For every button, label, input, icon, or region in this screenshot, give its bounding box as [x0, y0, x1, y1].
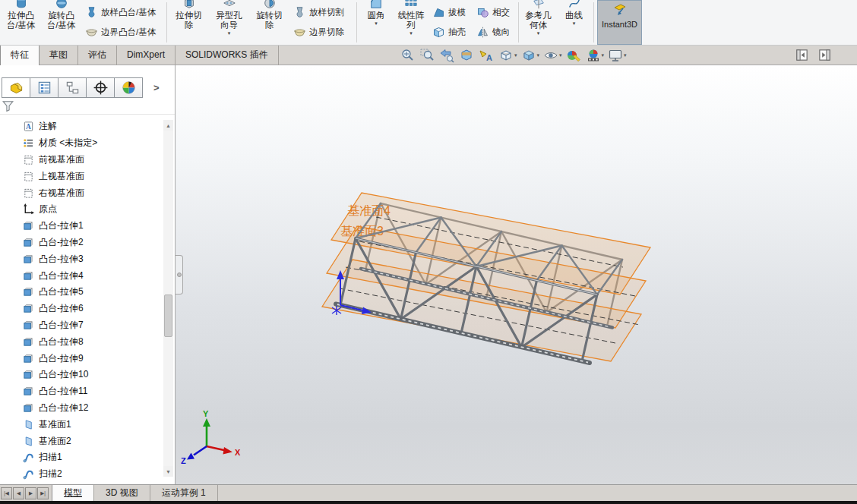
tree-filter-row[interactable] — [0, 98, 175, 115]
cut-extrude-button[interactable]: 拉伸切 除 — [169, 0, 209, 45]
boss-extrude-icon — [23, 336, 34, 348]
collapse-right-pane-button[interactable] — [817, 48, 832, 65]
tree-item[interactable]: 凸台-拉伸3 — [0, 250, 175, 267]
dimxpertmanager-tab[interactable] — [86, 77, 115, 98]
scroll-down-arrow[interactable]: ▼ — [163, 466, 173, 477]
tree-item[interactable]: 凸台-拉伸9 — [0, 350, 175, 367]
featuremanager-tree-tab[interactable] — [2, 77, 30, 98]
tree-item[interactable]: 凸台-拉伸5 — [0, 284, 175, 301]
boundary-cut-button[interactable]: 边界切除 — [289, 23, 355, 43]
ribbon-separator — [593, 2, 594, 43]
curves-button[interactable]: 曲线▾ — [556, 0, 592, 45]
instant3d-button[interactable]: Instant3D — [597, 0, 642, 45]
loft-cut-button[interactable]: 放样切割 — [289, 3, 355, 23]
scene-icon — [586, 48, 601, 63]
pm-icon — [37, 80, 52, 95]
orient-icon — [498, 48, 514, 63]
reference-geometry-button[interactable]: 参考几 何体▾ — [520, 0, 556, 45]
tree-scrollbar[interactable]: ▲ ▼ — [163, 120, 173, 477]
triad-z-label: Z — [181, 456, 186, 465]
tree-item[interactable]: 基准面2 — [0, 433, 175, 449]
tree-item[interactable]: 凸台-拉伸7 — [0, 317, 175, 334]
tree-item[interactable]: 凸台-拉伸2 — [0, 235, 175, 251]
reference-planes[interactable]: 基准面4 基准面3 — [322, 193, 650, 361]
nav-first-button[interactable]: |◀ — [1, 487, 12, 499]
tree-item[interactable]: 原点 — [0, 201, 175, 218]
zoom-area-button[interactable] — [418, 46, 437, 65]
3d-views-tab[interactable]: 3D 视图 — [94, 485, 150, 501]
tree-item[interactable]: 扫描2 — [0, 466, 175, 483]
cut-extrude-icon — [182, 0, 197, 10]
loft-cut-icon — [293, 6, 306, 19]
plane-ref-icon — [23, 187, 34, 199]
tab-dimxpert[interactable]: DimXpert — [117, 46, 176, 65]
tree-item[interactable]: 上视基准面 — [0, 168, 175, 184]
view-settings-button[interactable]: ▾ — [606, 46, 628, 65]
tree-item[interactable]: 前视基准面 — [0, 152, 175, 169]
panel-splitter-handle[interactable] — [176, 255, 183, 295]
displaymanager-tab[interactable] — [114, 77, 143, 98]
loft-boss-button[interactable]: 放样凸台/基体 — [81, 3, 165, 23]
tree-item[interactable]: 右视基准面 — [0, 184, 175, 201]
propertymanager-tab[interactable] — [30, 77, 59, 98]
tree-item[interactable]: 凸台-拉伸8 — [0, 333, 175, 350]
tab-sketch[interactable]: 草图 — [40, 46, 78, 65]
display-style-button[interactable]: ▾ — [520, 46, 542, 65]
pattern-icon — [403, 0, 419, 10]
nav-next-button[interactable]: ▶ — [25, 487, 36, 499]
revolve-boss-button[interactable]: 旋转凸 台/基体 — [41, 0, 81, 45]
tree-item[interactable]: 凸台-拉伸6 — [0, 301, 175, 317]
view-orientation-button[interactable]: ▾ — [497, 46, 519, 65]
revolve-cut-icon — [262, 0, 277, 10]
tab-features[interactable]: 特征 — [0, 46, 40, 65]
scroll-up-arrow[interactable]: ▲ — [163, 120, 173, 131]
tree-item[interactable]: 凸台-拉伸4 — [0, 267, 175, 284]
fillet-button[interactable]: 圆角▾ — [359, 0, 394, 45]
draft-button[interactable]: 拔模 — [428, 3, 473, 23]
reference-plane-label[interactable]: 基准面4 — [347, 204, 391, 217]
boss-extrude-icon — [23, 270, 34, 282]
boss-extrude-icon — [23, 303, 34, 314]
boundary-boss-button[interactable]: 边界凸台/基体 — [81, 23, 165, 43]
collapse-left-pane-button[interactable] — [795, 48, 809, 65]
ribbon-group-pattern-smallA: 拔模抽壳 — [428, 0, 473, 45]
apply-scene-button[interactable]: ▾ — [584, 46, 606, 65]
panel-expand-arrow[interactable]: > — [153, 82, 160, 93]
extrude-boss-button[interactable]: 拉伸凸 台/基体 — [1, 0, 41, 45]
motion-study-tab[interactable]: 运动算例 1 — [150, 485, 218, 501]
nav-prev-button[interactable]: ◀ — [13, 487, 24, 499]
model-tab[interactable]: 模型 — [52, 485, 94, 501]
mirror-button[interactable]: 镜向 — [473, 23, 517, 43]
tree-item[interactable]: 扫描1 — [0, 449, 175, 466]
previous-view-button[interactable] — [438, 46, 457, 65]
material-icon — [23, 137, 34, 149]
tree-item[interactable]: 基准面1 — [0, 416, 175, 433]
nav-last-button[interactable]: ▶| — [37, 487, 49, 499]
configurationmanager-tab[interactable] — [58, 77, 87, 98]
tab-evaluate[interactable]: 评估 — [78, 46, 117, 65]
hide-show-items-button[interactable]: ▾ — [542, 46, 564, 65]
command-tab-strip: 特征草图评估DimXpertSOLIDWORKS 插件 ▾▾▾▾▾ — [0, 46, 857, 65]
hole-wizard-button[interactable]: 异型孔 向导▾ — [209, 0, 249, 45]
section-view-button[interactable] — [457, 46, 476, 65]
view-annotations-button[interactable] — [477, 46, 496, 65]
scroll-thumb[interactable] — [164, 295, 172, 337]
tree-item[interactable]: 凸台-拉伸12 — [0, 400, 175, 417]
tree-item[interactable]: 凸台-拉伸10 — [0, 367, 175, 383]
reference-plane-label[interactable]: 基准面3 — [340, 225, 384, 238]
tree-item[interactable]: 凸台-拉伸11 — [0, 383, 175, 400]
prev-view-icon — [439, 48, 454, 63]
zoom-fit-button[interactable] — [398, 46, 417, 65]
edit-appearance-button[interactable] — [564, 46, 583, 65]
linear-pattern-button[interactable]: 线性阵 列▾ — [394, 0, 428, 45]
dimx-icon — [93, 80, 108, 95]
tree-item[interactable]: 凸台-拉伸1 — [0, 218, 175, 235]
tree-item[interactable]: 注解 — [0, 118, 175, 135]
revolve-cut-button[interactable]: 旋转切 除 — [249, 0, 289, 45]
ribbon-group-cut-small: 放样切割边界切除 — [289, 0, 355, 45]
boss-extrude-icon — [23, 320, 34, 331]
tree-item[interactable]: 材质 <未指定> — [0, 135, 175, 152]
intersect-button[interactable]: 相交 — [473, 3, 517, 23]
tab-solidworks-addins[interactable]: SOLIDWORKS 插件 — [176, 46, 279, 65]
shell-button[interactable]: 抽壳 — [428, 23, 473, 43]
